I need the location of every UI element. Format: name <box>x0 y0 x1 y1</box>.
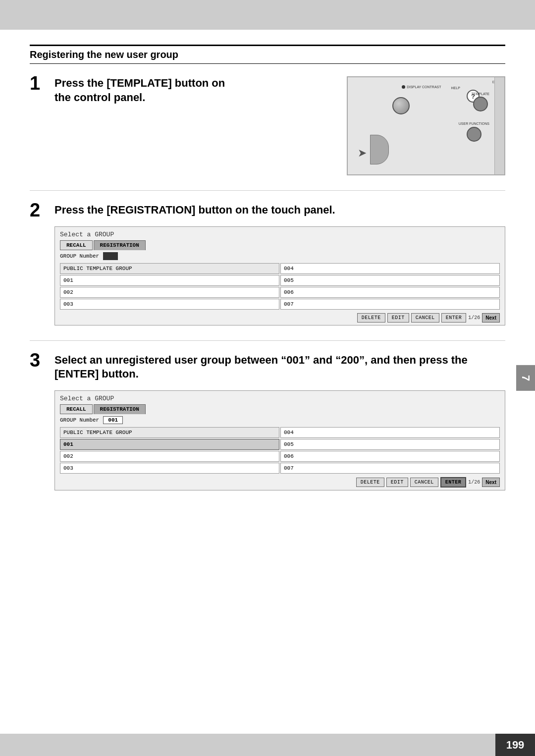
step-1-content: Press the [TEMPLATE] button on the contr… <box>54 76 505 175</box>
rotate-knob-area <box>392 97 410 114</box>
top-bar <box>0 0 535 30</box>
gs-cell-001[interactable]: 001 <box>60 275 279 286</box>
step-2-text: Press the [REGISTRATION] button on the t… <box>54 203 505 217</box>
gs-group-number-row-1: GROUP Number <box>55 250 505 262</box>
gs-cell-007[interactable]: 007 <box>280 299 500 310</box>
gs-grid-2: PUBLIC TEMPLATE GROUP 004 001 005 002 00… <box>55 426 505 475</box>
edit-button-2[interactable]: EDIT <box>386 478 408 487</box>
registration-tab-2[interactable]: REGISTRATION <box>94 404 146 414</box>
gs-page-2: 1/26 <box>468 480 480 485</box>
gs-header-1: Select a GROUP <box>55 227 505 240</box>
left-panel-button[interactable] <box>370 135 389 164</box>
main-content: Registering the new user group 1 Press t… <box>0 30 535 520</box>
gs-cell-005-2[interactable]: 005 <box>280 439 500 450</box>
gs-number-box-1 <box>103 252 118 260</box>
step-1-text: Press the [TEMPLATE] button on the contr… <box>54 76 243 105</box>
user-functions-group: USER FUNCTIONS <box>459 122 489 142</box>
step-2: 2 Press the [REGISTRATION] button on the… <box>30 203 505 325</box>
page-number: 199 <box>495 734 535 756</box>
control-panel-image: EXTE DISPLAY CONTRAST HELP <box>347 76 505 175</box>
step-1-number: 1 <box>30 74 54 93</box>
step-2-number: 2 <box>30 201 54 219</box>
recall-tab-2[interactable]: RECALL <box>60 404 93 414</box>
step-3-content: Select an unregistered user group betwee… <box>54 353 505 490</box>
gs-cell-005[interactable]: 005 <box>280 275 500 286</box>
template-group: TEMPLATE <box>472 92 489 111</box>
cancel-button-1[interactable]: CANCEL <box>411 313 439 323</box>
gs-footer-2: DELETE EDIT CANCEL ENTER 1/26 Next <box>55 475 505 490</box>
cancel-button-2[interactable]: CANCEL <box>410 478 438 487</box>
gs-cell-public[interactable]: PUBLIC TEMPLATE GROUP <box>60 263 279 274</box>
enter-button-1[interactable]: ENTER <box>441 313 467 323</box>
gs-cell-003-2[interactable]: 003 <box>60 463 279 474</box>
gs-cell-004[interactable]: 004 <box>280 263 500 274</box>
step-3-text: Select an unregistered user group betwee… <box>54 353 505 381</box>
step-2-content: Press the [REGISTRATION] button on the t… <box>54 203 505 325</box>
section-title: Registering the new user group <box>30 49 178 60</box>
gs-number-box-2: 001 <box>103 416 123 424</box>
recall-tab-1[interactable]: RECALL <box>60 240 93 250</box>
user-functions-button[interactable] <box>467 127 482 142</box>
help-label: HELP <box>451 82 460 91</box>
step-divider-2 <box>30 340 505 341</box>
delete-button-1[interactable]: DELETE <box>357 313 385 323</box>
gs-cell-007-2[interactable]: 007 <box>280 463 500 474</box>
gs-cell-006-2[interactable]: 006 <box>280 451 500 462</box>
step3-group-select-ui: Select a GROUP RECALL REGISTRATION GROUP… <box>54 390 505 490</box>
gs-tabs-1: RECALL REGISTRATION <box>55 240 505 250</box>
next-button-1[interactable]: Next <box>482 313 500 323</box>
rotate-knob[interactable] <box>392 97 410 114</box>
right-strip <box>494 77 504 174</box>
bottom-bar: 199 <box>0 734 535 756</box>
gs-grid-1: PUBLIC TEMPLATE GROUP 004 001 005 002 00… <box>55 262 505 311</box>
gs-cell-004-2[interactable]: 004 <box>280 427 500 438</box>
gs-footer-1: DELETE EDIT CANCEL ENTER 1/26 Next <box>55 311 505 325</box>
gs-group-number-row-2: GROUP Number 001 <box>55 414 505 426</box>
gs-cell-001-2[interactable]: 001 <box>60 439 279 450</box>
gs-cell-public-2[interactable]: PUBLIC TEMPLATE GROUP <box>60 427 279 438</box>
display-contrast-icon <box>402 85 405 89</box>
step2-group-select-ui: Select a GROUP RECALL REGISTRATION GROUP… <box>54 226 505 325</box>
step-divider-1 <box>30 190 505 191</box>
sidebar-tab: 7 <box>516 365 535 391</box>
step-1: 1 Press the [TEMPLATE] button on the con… <box>30 76 505 175</box>
gs-cell-003[interactable]: 003 <box>60 299 279 310</box>
template-button[interactable] <box>473 97 488 111</box>
section-header: Registering the new user group <box>30 45 505 64</box>
gs-header-2: Select a GROUP <box>55 391 505 404</box>
left-arrow-icon: ➤ <box>358 147 367 160</box>
gs-cell-006[interactable]: 006 <box>280 287 500 298</box>
step-3: 3 Select an unregistered user group betw… <box>30 353 505 490</box>
gs-cell-002-2[interactable]: 002 <box>60 451 279 462</box>
gs-tabs-2: RECALL REGISTRATION <box>55 404 505 414</box>
display-contrast-label: DISPLAY CONTRAST <box>402 82 441 91</box>
registration-tab-1[interactable]: REGISTRATION <box>94 240 146 250</box>
delete-button-2[interactable]: DELETE <box>356 478 384 487</box>
edit-button-1[interactable]: EDIT <box>387 313 409 323</box>
gs-cell-002[interactable]: 002 <box>60 287 279 298</box>
next-button-2[interactable]: Next <box>482 478 500 487</box>
enter-button-2[interactable]: ENTER <box>440 477 467 487</box>
gs-page-1: 1/26 <box>468 315 480 321</box>
step-3-number: 3 <box>30 351 54 370</box>
